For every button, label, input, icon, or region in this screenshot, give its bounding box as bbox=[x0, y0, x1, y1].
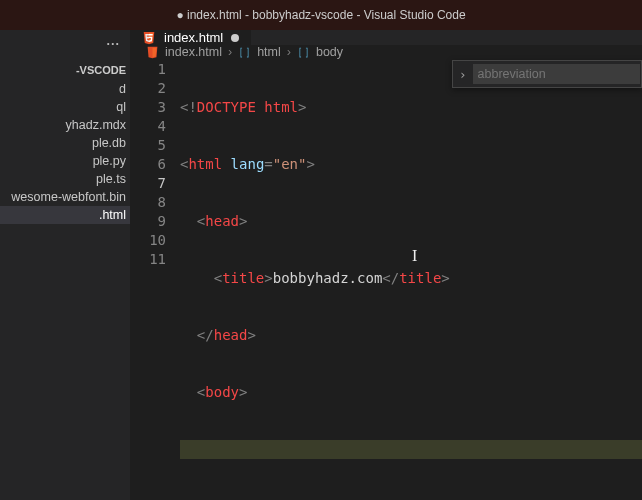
chevron-right-icon[interactable]: › bbox=[459, 65, 467, 84]
file-item[interactable]: d bbox=[0, 80, 130, 98]
line-number: 11 bbox=[130, 250, 166, 269]
breadcrumb-node[interactable]: html bbox=[257, 45, 281, 59]
line-number: 1 bbox=[130, 60, 166, 79]
breadcrumb-file[interactable]: index.html bbox=[165, 45, 222, 59]
breadcrumbs[interactable]: index.html › html › body bbox=[130, 45, 642, 60]
find-widget[interactable]: › Aa bbox=[452, 60, 642, 88]
dirty-indicator-icon bbox=[231, 34, 239, 42]
line-number: 10 bbox=[130, 231, 166, 250]
line-number: 8 bbox=[130, 193, 166, 212]
breadcrumb-node[interactable]: body bbox=[316, 45, 343, 59]
line-number: 5 bbox=[130, 136, 166, 155]
window-titlebar: ● index.html - bobbyhadz-vscode - Visual… bbox=[0, 0, 642, 30]
chevron-right-icon: › bbox=[228, 45, 232, 59]
brackets-icon bbox=[238, 46, 251, 59]
explorer-section-title: -VSCODE bbox=[0, 58, 130, 80]
tab-index-html[interactable]: index.html bbox=[130, 30, 252, 45]
tabs-row: index.html bbox=[130, 30, 642, 45]
line-number: 3 bbox=[130, 98, 166, 117]
brackets-icon bbox=[297, 46, 310, 59]
more-actions-icon[interactable]: ··· bbox=[107, 37, 120, 51]
code-editor[interactable]: 1 2 3 4 5 6 7 8 9 10 11 <!DOCTYPE html> … bbox=[130, 60, 642, 500]
line-number: 2 bbox=[130, 79, 166, 98]
file-item[interactable]: ql bbox=[0, 98, 130, 116]
explorer-file-list: d ql yhadz.mdx ple.db ple.py ple.ts weso… bbox=[0, 80, 130, 224]
file-item[interactable]: yhadz.mdx bbox=[0, 116, 130, 134]
window-title: ● index.html - bobbyhadz-vscode - Visual… bbox=[176, 8, 465, 22]
file-item[interactable]: ple.db bbox=[0, 134, 130, 152]
line-number: 7 bbox=[130, 174, 166, 193]
tab-label: index.html bbox=[164, 30, 223, 45]
explorer-sidebar: ··· -VSCODE d ql yhadz.mdx ple.db ple.py… bbox=[0, 30, 130, 500]
editor-area: index.html index.html › html › body 1 bbox=[130, 30, 642, 500]
file-item[interactable]: ple.py bbox=[0, 152, 130, 170]
file-item[interactable]: ple.ts bbox=[0, 170, 130, 188]
code-content[interactable]: <!DOCTYPE html> <html lang="en"> <head> … bbox=[180, 60, 642, 500]
line-number: 6 bbox=[130, 155, 166, 174]
find-input[interactable] bbox=[473, 64, 640, 84]
html5-icon bbox=[142, 31, 156, 45]
file-item-active[interactable]: .html bbox=[0, 206, 130, 224]
line-number: 4 bbox=[130, 117, 166, 136]
line-number-gutter: 1 2 3 4 5 6 7 8 9 10 11 bbox=[130, 60, 180, 500]
html5-icon bbox=[146, 46, 159, 59]
file-item[interactable]: wesome-webfont.bin bbox=[0, 188, 130, 206]
line-number: 9 bbox=[130, 212, 166, 231]
chevron-right-icon: › bbox=[287, 45, 291, 59]
